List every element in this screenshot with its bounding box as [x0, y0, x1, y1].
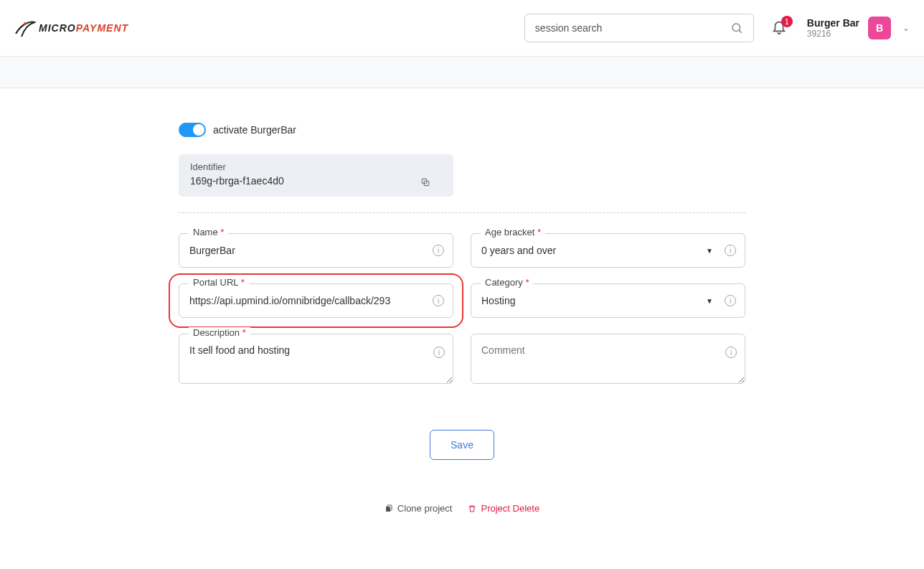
category-select[interactable]: Hosting ▼ i: [471, 283, 745, 318]
search-icon: [730, 22, 743, 34]
identifier-value: 169g-rbrga-f1aec4d0: [190, 175, 442, 187]
top-header: MICRO PAYMENT 1 Burger Bar 39216 B ⌄: [0, 0, 924, 57]
portal-url-label: Portal URL: [193, 277, 238, 288]
category-label: Category: [485, 277, 523, 288]
logo-text-payment: PAYMENT: [76, 22, 128, 34]
age-bracket-select[interactable]: 0 years and over ▼ i: [471, 233, 745, 268]
clone-icon: [385, 504, 393, 513]
age-bracket-value: 0 years and over: [481, 245, 717, 256]
info-icon[interactable]: i: [433, 347, 445, 358]
category-value: Hosting: [481, 295, 717, 306]
portal-url-input[interactable]: [189, 295, 425, 306]
info-icon[interactable]: i: [433, 245, 444, 256]
clone-project-label: Clone project: [397, 503, 453, 514]
age-bracket-field-wrapper: Age bracket * 0 years and over ▼ i: [471, 233, 745, 268]
session-search-box[interactable]: [524, 14, 754, 42]
copy-icon[interactable]: [420, 177, 430, 190]
category-field-wrapper: Category * Hosting ▼ i: [471, 283, 745, 318]
notifications-button[interactable]: 1: [771, 19, 787, 37]
session-search-input[interactable]: [535, 22, 730, 34]
identifier-panel: Identifier 169g-rbrga-f1aec4d0: [179, 154, 453, 197]
clone-project-link[interactable]: Clone project: [385, 503, 453, 514]
name-input[interactable]: [189, 245, 425, 256]
notification-badge: 1: [781, 16, 793, 27]
comment-field-wrapper: i: [471, 334, 745, 387]
chevron-down-icon: ⌄: [902, 23, 910, 33]
name-label: Name: [193, 227, 218, 238]
save-button[interactable]: Save: [430, 430, 494, 460]
section-divider: [179, 212, 745, 213]
dropdown-caret-icon: ▼: [706, 247, 713, 255]
description-field-wrapper: Description * i: [179, 334, 453, 387]
info-icon[interactable]: i: [725, 295, 736, 306]
breadcrumb-strip: [0, 57, 924, 88]
info-icon[interactable]: i: [433, 295, 444, 306]
svg-point-0: [24, 22, 27, 25]
trash-icon: [468, 504, 476, 513]
activate-toggle-label: activate BurgerBar: [213, 124, 296, 136]
info-icon[interactable]: i: [725, 347, 737, 358]
logo-swoosh-icon: [14, 18, 36, 38]
description-label: Description: [193, 327, 240, 338]
identifier-label: Identifier: [190, 161, 442, 172]
user-menu[interactable]: Burger Bar 39216 B ⌄: [807, 17, 910, 39]
age-bracket-label: Age bracket: [485, 227, 534, 238]
name-field-wrapper: Name * i: [179, 233, 453, 268]
user-id-label: 39216: [807, 29, 859, 39]
comment-textarea[interactable]: [471, 334, 745, 384]
svg-rect-4: [386, 507, 390, 512]
delete-project-link[interactable]: Project Delete: [468, 503, 539, 514]
dropdown-caret-icon: ▼: [706, 297, 713, 305]
portal-url-field-wrapper: Portal URL * i: [179, 283, 453, 318]
project-form: activate BurgerBar Identifier 169g-rbrga…: [179, 123, 745, 542]
description-textarea[interactable]: [179, 334, 453, 384]
brand-logo: MICRO PAYMENT: [14, 18, 128, 38]
delete-project-label: Project Delete: [481, 503, 539, 514]
avatar: B: [868, 17, 891, 39]
logo-text-micro: MICRO: [39, 22, 76, 34]
user-name-label: Burger Bar: [807, 17, 859, 29]
activate-toggle[interactable]: [179, 123, 206, 137]
svg-point-1: [732, 24, 740, 32]
info-icon[interactable]: i: [725, 245, 736, 256]
